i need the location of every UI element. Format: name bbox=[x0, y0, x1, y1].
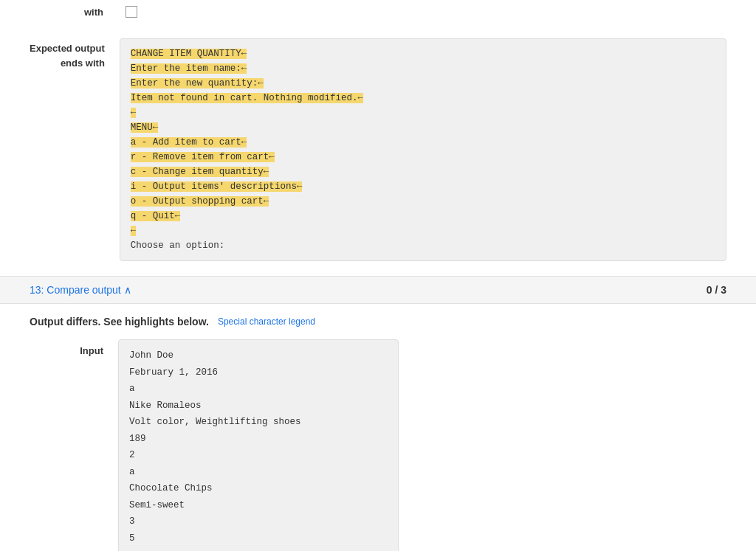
input-code-line: a bbox=[129, 464, 388, 481]
expected-code-line: Choose an option: bbox=[131, 238, 715, 253]
input-code-line: 5 bbox=[129, 530, 388, 547]
expected-code-line: Enter the new quantity:← bbox=[131, 76, 715, 91]
input-code-line: a bbox=[129, 547, 388, 551]
expected-code-line: a - Add item to cart← bbox=[131, 135, 715, 150]
input-code-line: Volt color, Weightlifting shoes bbox=[129, 414, 388, 431]
expected-code-line: Item not found in cart. Nothing modified… bbox=[131, 91, 715, 105]
expected-code-line: CHANGE ITEM QUANTITY← bbox=[131, 46, 715, 61]
expected-output-code-box: CHANGE ITEM QUANTITY←Enter the item name… bbox=[120, 38, 726, 261]
expected-code-line: ← bbox=[131, 223, 715, 238]
input-code-line: 189 bbox=[129, 431, 388, 448]
input-code-line: 2 bbox=[129, 447, 388, 464]
output-differs-text: Output differs. See highlights below. bbox=[30, 316, 209, 328]
expected-code-line: MENU← bbox=[131, 120, 715, 135]
expected-code-line: ← bbox=[131, 105, 715, 120]
compare-output-score: 0 / 3 bbox=[707, 284, 726, 296]
input-section: Input John DoeFebruary 1, 2016aNike Roma… bbox=[30, 339, 726, 551]
expected-code-line: r - Remove item from cart← bbox=[131, 150, 715, 164]
compare-output-title[interactable]: 13: Compare output ∧ bbox=[30, 284, 131, 296]
input-label: Input bbox=[30, 339, 118, 356]
page-container: with Expected output ends with CHANGE IT… bbox=[0, 0, 756, 551]
compare-output-header: 13: Compare output ∧ 0 / 3 bbox=[0, 276, 756, 304]
special-char-legend-link[interactable]: Special character legend bbox=[218, 316, 315, 327]
expected-code-line: Enter the item name:← bbox=[131, 61, 715, 76]
input-code-box: John DoeFebruary 1, 2016aNike RomaleosVo… bbox=[118, 339, 399, 551]
input-code-line: 3 bbox=[129, 513, 388, 530]
input-code-line: February 1, 2016 bbox=[129, 364, 388, 381]
input-code-line: a bbox=[129, 381, 388, 398]
expected-code-line: q - Quit← bbox=[131, 209, 715, 223]
compare-body: Output differs. See highlights below. Sp… bbox=[0, 304, 756, 551]
expected-code-line: i - Output items' descriptions← bbox=[131, 179, 715, 194]
with-row: with bbox=[0, 0, 756, 24]
expected-output-section: Expected output ends with CHANGE ITEM QU… bbox=[0, 24, 756, 276]
with-label: with bbox=[30, 7, 118, 18]
with-checkbox[interactable] bbox=[126, 6, 137, 18]
expected-code-line: c - Change item quantity← bbox=[131, 164, 715, 179]
input-code-line: John Doe bbox=[129, 347, 388, 364]
input-code-line: Semi-sweet bbox=[129, 497, 388, 514]
expected-output-label: Expected output ends with bbox=[30, 38, 120, 70]
chevron-up-icon: ∧ bbox=[124, 284, 131, 296]
compare-output-title-text: 13: Compare output bbox=[30, 284, 121, 296]
input-code-line: Nike Romaleos bbox=[129, 398, 388, 415]
output-differs-row: Output differs. See highlights below. Sp… bbox=[30, 316, 726, 328]
expected-code-line: o - Output shopping cart← bbox=[131, 194, 715, 209]
input-code-line: Chocolate Chips bbox=[129, 480, 388, 497]
